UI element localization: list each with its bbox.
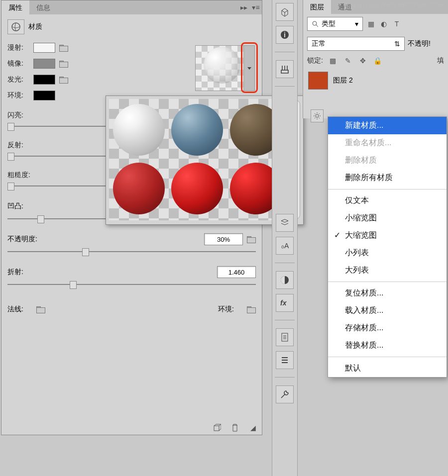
menu-separator — [328, 282, 447, 282]
svg-text:₀A: ₀A — [281, 242, 289, 250]
menu-item[interactable]: 复位材质... — [328, 285, 447, 302]
material-preview — [195, 45, 255, 91]
watermark: WWW.MISSYUAN.COM — [380, 2, 444, 8]
menu-item[interactable]: 新建材质... — [328, 117, 447, 134]
trash-icon[interactable] — [230, 423, 240, 433]
svg-point-14 — [313, 21, 317, 25]
svg-text:fx: fx — [280, 299, 287, 307]
chevron-down-icon: ▾ — [355, 20, 358, 28]
sphere-icon — [11, 22, 21, 32]
menu-item[interactable]: 小列表 — [328, 244, 447, 262]
panel-collapse-icon[interactable]: ▸▸ — [238, 3, 250, 11]
refract-label: 折射: — [7, 268, 37, 277]
env2-label: 环境: — [218, 305, 234, 314]
fill-label: 填 — [437, 56, 444, 65]
lock-move-icon[interactable]: ✥ — [358, 56, 368, 66]
lock-all-icon[interactable]: 🔒 — [373, 56, 383, 66]
info-icon[interactable]: i — [276, 26, 294, 44]
opacity-slider[interactable] — [7, 247, 256, 257]
menu-item[interactable]: 存储材质... — [328, 319, 447, 337]
diffuse-swatch[interactable] — [33, 43, 55, 53]
env-swatch[interactable] — [33, 91, 55, 100]
menu-item[interactable]: 小缩览图 — [328, 209, 447, 227]
menu-item[interactable]: 载入材质... — [328, 302, 447, 319]
menu-item[interactable]: 默认 — [328, 360, 447, 377]
layers-icon[interactable] — [276, 214, 294, 232]
opacity-input[interactable] — [204, 233, 243, 245]
search-icon — [312, 20, 319, 27]
layer-thumbnail — [308, 72, 328, 90]
glow-label: 发光: — [7, 75, 29, 84]
list-icon[interactable] — [276, 351, 294, 369]
material-icon-button[interactable] — [7, 19, 24, 34]
diffuse-folder-icon[interactable] — [59, 44, 68, 52]
specular-label: 镜像: — [7, 59, 29, 68]
lock-brush-icon[interactable]: ✎ — [343, 56, 353, 66]
gear-icon-button[interactable] — [311, 109, 324, 122]
material-preset-white[interactable] — [111, 101, 167, 159]
filter-label: 类型 — [322, 19, 336, 28]
tab-info[interactable]: 信息 — [29, 0, 57, 14]
normal-folder-icon[interactable] — [36, 305, 45, 313]
tool-strip: i ₀A fx — [272, 0, 298, 476]
filter-pixel-icon[interactable]: ▦ — [366, 19, 376, 29]
refract-slider[interactable] — [7, 280, 256, 290]
menu-item[interactable]: 大列表 — [328, 262, 447, 279]
menu-item: 重命名材质... — [328, 134, 447, 152]
glow-folder-icon[interactable] — [59, 76, 68, 84]
material-preset-red-stripe[interactable] — [169, 160, 225, 217]
layer-name: 图层 2 — [333, 76, 353, 85]
panel-footer: ◢ — [212, 423, 258, 433]
gear-icon — [313, 112, 321, 120]
panel-menu-icon[interactable]: ▾≡ — [250, 3, 262, 11]
env-label: 环境: — [7, 91, 29, 100]
tab-properties[interactable]: 属性 — [1, 0, 29, 14]
tab-layers[interactable]: 图层 — [303, 0, 331, 14]
layer-filter-type[interactable]: 类型 ▾ — [307, 17, 363, 31]
opacity-label: 不透明度: — [7, 235, 47, 244]
specular-folder-icon[interactable] — [59, 60, 68, 68]
menu-item[interactable]: 替换材质... — [328, 337, 447, 354]
properties-tab-bar: 属性 信息 ▸▸ ▾≡ — [1, 0, 262, 14]
watermark2: 思缘设计论坛 — [344, 2, 380, 10]
menu-item[interactable]: 大缩览图 — [328, 227, 447, 244]
fx-icon[interactable]: fx — [276, 294, 294, 312]
menu-separator — [328, 357, 447, 357]
wrench-icon[interactable] — [276, 385, 294, 403]
env2-folder-icon[interactable] — [247, 305, 256, 313]
resize-grip-icon[interactable]: ◢ — [248, 423, 258, 433]
specular-swatch[interactable] — [33, 59, 55, 69]
cube-wire-icon[interactable] — [212, 423, 222, 433]
lock-transparency-icon[interactable]: ▩ — [328, 56, 338, 66]
lock-label: 锁定: — [307, 56, 323, 65]
menu-item[interactable]: 删除所有材质 — [328, 169, 447, 187]
menu-item[interactable]: 仅文本 — [328, 192, 447, 209]
diffuse-label: 漫射: — [7, 43, 29, 52]
brushes-icon[interactable] — [276, 60, 294, 78]
chevron-updown-icon: ⇅ — [394, 40, 400, 48]
glow-swatch[interactable] — [33, 75, 55, 85]
material-context-menu: 新建材质...重命名材质...删除材质删除所有材质仅文本小缩览图大缩览图小列表大… — [328, 116, 447, 378]
filter-adjust-icon[interactable]: ◐ — [379, 19, 389, 29]
layer-row[interactable]: 图层 2 — [303, 68, 448, 94]
contrast-icon[interactable] — [276, 271, 294, 289]
layer-opacity-label: 不透明! — [408, 39, 431, 48]
blend-mode-select[interactable]: 正常 ⇅ — [307, 37, 405, 51]
material-dropdown-button[interactable] — [243, 46, 254, 91]
svg-point-16 — [316, 114, 319, 117]
character-icon[interactable]: ₀A — [276, 237, 294, 255]
panel-title: 材质 — [28, 22, 42, 31]
opacity-folder-icon[interactable] — [247, 235, 256, 243]
refract-input[interactable] — [217, 266, 256, 278]
material-preset-blue[interactable] — [169, 101, 225, 159]
svg-line-15 — [316, 25, 318, 27]
filter-type-icon[interactable]: T — [392, 19, 402, 29]
document-icon[interactable] — [276, 328, 294, 346]
material-preset-red-pattern[interactable] — [111, 160, 167, 217]
menu-separator — [328, 189, 447, 190]
blend-mode-value: 正常 — [312, 39, 326, 48]
layers-panel: 图层 通道 类型 ▾ ▦ ◐ T 正常 ⇅ 不透明! 锁定: ▩ ✎ ✥ 🔒 填… — [303, 0, 448, 118]
cube-tool-icon[interactable] — [276, 3, 294, 21]
svg-text:i: i — [284, 31, 286, 39]
menu-item: 删除材质 — [328, 152, 447, 169]
